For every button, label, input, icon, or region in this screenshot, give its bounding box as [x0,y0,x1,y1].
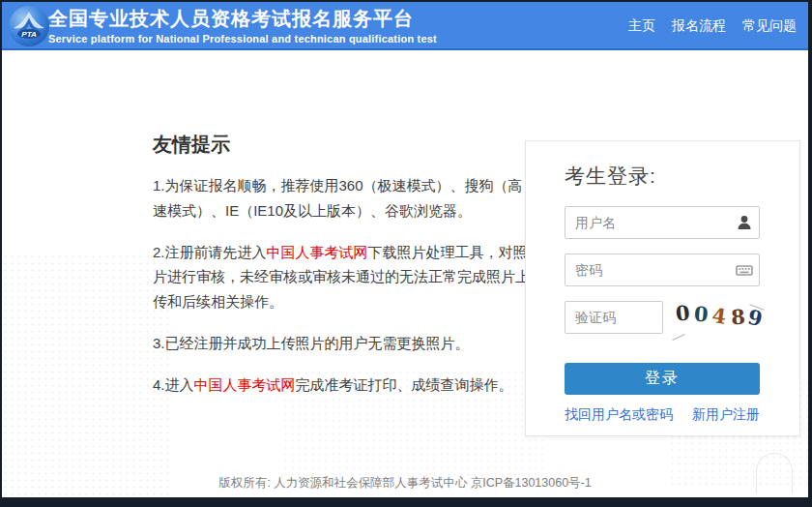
password-input[interactable] [565,254,760,286]
tip-item-3: 3.已经注册并成功上传照片的用户无需更换照片。 [153,331,536,356]
forgot-credentials-link[interactable]: 找回用户名或密码 [565,406,673,424]
site-title: 全国专业技术人员资格考试报名服务平台 [48,7,437,30]
window-frame: PTA 全国专业技术人员资格考试报名服务平台 Service platform … [0,0,812,507]
username-input[interactable] [565,206,760,239]
captcha-digit: 0 [693,302,709,327]
cpta-website-link[interactable]: 中国人事考试网 [267,244,368,260]
cpta-website-link[interactable]: 中国人事考试网 [194,376,296,393]
top-nav: 主页 报名流程 常见问题 [628,17,797,35]
nav-registration-process[interactable]: 报名流程 [672,17,726,35]
keyboard-icon [736,261,753,279]
tip-item-1: 1.为保证报名顺畅，推荐使用360（极速模式）、搜狗（高速模式）、IE（IE10… [153,173,536,224]
user-icon [736,214,753,231]
password-field-wrap [565,254,760,286]
captcha-row: 0 0 4 8 9 [565,301,760,340]
tip-text: 3.已经注册并成功上传照片的用户无需更换照片。 [153,335,470,351]
header-titles: 全国专业技术人员资格考试报名服务平台 Service platform for … [48,7,437,45]
candidate-login-panel: 考生登录: [525,140,800,436]
nav-faq[interactable]: 常见问题 [742,17,797,35]
captcha-digit: 9 [746,305,766,331]
site-subtitle: Service platform for National Profession… [48,33,437,45]
captcha-field-wrap [565,301,663,334]
captcha-digit: 4 [710,303,728,329]
tip-item-2: 2.注册前请先进入中国人事考试网下载照片处理工具，对照片进行审核，未经审核或审核… [153,240,536,314]
page: PTA 全国专业技术人员资格考试报名服务平台 Service platform … [2,2,808,497]
copyright-footer: 版权所有: 人力资源和社会保障部人事考试中心 京ICP备13013060号-1 [2,475,808,492]
captcha-input[interactable] [565,301,663,334]
login-button[interactable]: 登录 [565,363,760,395]
map-watermark-left [2,254,171,495]
pta-logo-icon: PTA [7,4,51,48]
tip-text: 1.为保证报名顺畅，推荐使用360（极速模式）、搜狗（高速模式）、IE（IE10… [153,177,523,219]
main-content: 友情提示 1.为保证报名顺畅，推荐使用360（极速模式）、搜狗（高速模式）、IE… [2,50,808,495]
login-heading: 考生登录: [565,163,799,190]
username-field-wrap [565,206,760,239]
header: PTA 全国专业技术人员资格考试报名服务平台 Service platform … [2,2,808,50]
svg-text:PTA: PTA [21,30,37,39]
login-links-row: 找回用户名或密码 新用户注册 [565,406,760,424]
captcha-image[interactable]: 0 0 4 8 9 [676,301,763,340]
friendly-tips-section: 友情提示 1.为保证报名顺畅，推荐使用360（极速模式）、搜狗（高速模式）、IE… [153,132,536,414]
captcha-digit: 0 [675,300,691,325]
nav-home[interactable]: 主页 [628,17,655,35]
tip-text: 4.进入 [153,376,194,393]
new-user-register-link[interactable]: 新用户注册 [692,406,760,424]
tip-text: 2.注册前请先进入 [153,244,267,260]
tip-text: 完成准考证打印、成绩查询操作。 [296,376,513,393]
tips-heading: 友情提示 [153,132,536,158]
captcha-digit: 8 [731,305,746,330]
tip-item-4: 4.进入中国人事考试网完成准考证打印、成绩查询操作。 [153,373,536,398]
